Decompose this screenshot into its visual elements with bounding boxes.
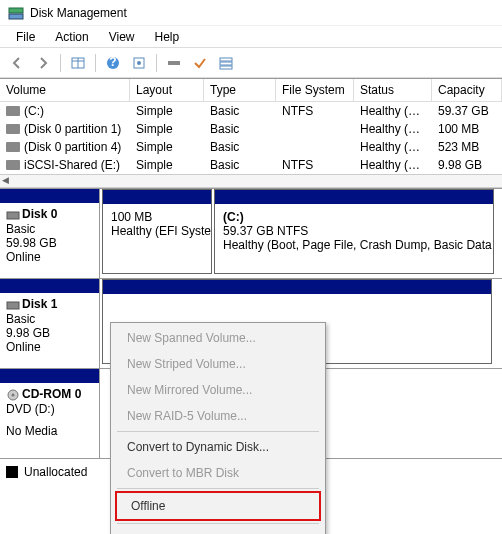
svg-rect-11 [220,62,232,65]
window-title: Disk Management [30,6,127,20]
partition-size: 59.37 GB NTFS [223,224,485,238]
partition-status: Healthy (EFI System [111,224,203,238]
volume-row[interactable]: iSCSI-Shared (E:)SimpleBasicNTFSHealthy … [0,156,502,174]
partition[interactable]: (C:)59.37 GB NTFSHealthy (Boot, Page Fil… [214,189,494,274]
col-layout[interactable]: Layout [130,79,204,101]
volume-row[interactable]: (Disk 0 partition 4)SimpleBasicHealthy (… [0,138,502,156]
titlebar: Disk Management [0,0,502,26]
volume-type: Basic [204,102,276,120]
back-icon[interactable] [6,52,28,74]
col-status[interactable]: Status [354,79,432,101]
volume-header-row: Volume Layout Type File System Status Ca… [0,79,502,102]
svg-rect-12 [220,66,232,69]
detail-view-icon[interactable] [215,52,237,74]
table-view-icon[interactable] [67,52,89,74]
forward-icon[interactable] [32,52,54,74]
check-icon[interactable] [189,52,211,74]
disk-size: 59.98 GB [6,236,93,250]
disk-row: Disk 0Basic59.98 GBOnline100 MBHealthy (… [0,189,502,279]
toolbar: ? [0,48,502,78]
menu-properties[interactable]: Properties [113,526,323,534]
disk-name: Disk 0 [22,207,57,221]
partition[interactable]: 100 MBHealthy (EFI System [102,189,212,274]
svg-rect-10 [220,58,232,61]
volume-row[interactable]: (C:)SimpleBasicNTFSHealthy (B...59.37 GB [0,102,502,120]
menu-file[interactable]: File [6,28,45,45]
col-capacity[interactable]: Capacity [432,79,502,101]
col-filesystem[interactable]: File System [276,79,354,101]
refresh-icon[interactable] [128,52,150,74]
volume-layout: Simple [130,120,204,138]
menu-new-striped: New Striped Volume... [113,351,323,377]
volume-name: (Disk 0 partition 1) [24,122,121,136]
disk-size: 9.98 GB [6,326,93,340]
disk-state: Online [6,340,93,354]
menu-convert-dynamic[interactable]: Convert to Dynamic Disk... [113,434,323,460]
menu-new-mirrored: New Mirrored Volume... [113,377,323,403]
volume-capacity: 100 MB [432,120,502,138]
menu-offline-highlight: Offline [115,491,321,521]
col-volume[interactable]: Volume [0,79,130,101]
volume-name: (Disk 0 partition 4) [24,140,121,154]
legend-swatch-unallocated [6,466,18,478]
menu-view[interactable]: View [99,28,145,45]
volume-icon [6,160,20,170]
volume-icon [6,106,20,116]
disk-partitions: 100 MBHealthy (EFI System(C:)59.37 GB NT… [100,189,502,278]
disk-type: Basic [6,312,93,326]
disk-label[interactable]: Disk 1Basic9.98 GBOnline [0,279,100,368]
disk-type: DVD (D:) [6,402,93,416]
disk-name: Disk 1 [22,297,57,311]
volume-status: Healthy (R... [354,138,432,156]
svg-rect-0 [9,8,23,13]
menu-action[interactable]: Action [45,28,98,45]
legend-label-unallocated: Unallocated [24,465,87,479]
volume-type: Basic [204,120,276,138]
volume-capacity: 523 MB [432,138,502,156]
disk-label[interactable]: Disk 0Basic59.98 GBOnline [0,189,100,278]
partition-status: Healthy (Boot, Page File, Crash Dump, Ba… [223,238,485,252]
volume-layout: Simple [130,138,204,156]
disk-name: CD-ROM 0 [22,387,81,401]
volume-name: (C:) [24,104,44,118]
volume-icon [6,124,20,134]
menubar: File Action View Help [0,26,502,48]
disk-state: Online [6,250,93,264]
menu-offline[interactable]: Offline [117,493,319,519]
volume-type: Basic [204,156,276,174]
settings-icon[interactable] [163,52,185,74]
svg-rect-1 [9,14,23,19]
volume-table: Volume Layout Type File System Status Ca… [0,78,502,174]
volume-fs [276,120,354,138]
partition-size: 100 MB [111,210,203,224]
svg-point-8 [137,61,141,65]
disk-state: No Media [6,424,93,438]
volume-status: Healthy (B... [354,156,432,174]
app-icon [8,5,24,21]
disk-label[interactable]: CD-ROM 0DVD (D:)No Media [0,369,100,458]
svg-point-16 [12,393,15,396]
volume-icon [6,142,20,152]
volume-layout: Simple [130,156,204,174]
menu-separator [117,431,319,432]
disk-context-menu: New Spanned Volume... New Striped Volume… [110,322,326,534]
menu-separator [117,488,319,489]
svg-rect-14 [7,302,19,309]
horizontal-scrollbar[interactable] [0,174,502,188]
menu-separator [117,523,319,524]
help-icon[interactable]: ? [102,52,124,74]
volume-layout: Simple [130,102,204,120]
svg-rect-9 [168,61,180,65]
menu-new-raid5: New RAID-5 Volume... [113,403,323,429]
volume-capacity: 9.98 GB [432,156,502,174]
col-type[interactable]: Type [204,79,276,101]
menu-new-spanned: New Spanned Volume... [113,325,323,351]
disk-type: Basic [6,222,93,236]
menu-convert-mbr: Convert to MBR Disk [113,460,323,486]
volume-capacity: 59.37 GB [432,102,502,120]
volume-row[interactable]: (Disk 0 partition 1)SimpleBasicHealthy (… [0,120,502,138]
menu-help[interactable]: Help [145,28,190,45]
volume-fs: NTFS [276,156,354,174]
partition-title: (C:) [223,210,485,224]
volume-fs [276,138,354,156]
